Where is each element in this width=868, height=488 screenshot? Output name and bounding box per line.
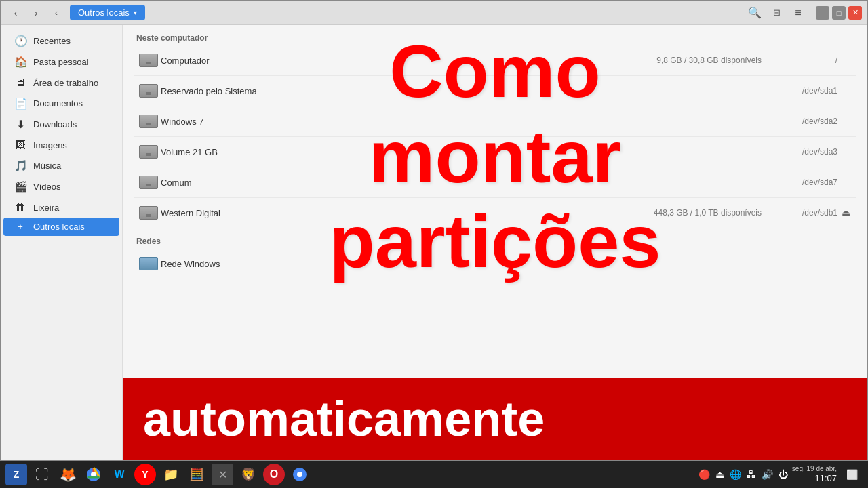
connect-server-label: Conectar a servidor bbox=[134, 439, 210, 449]
file-name: Rede Windows bbox=[161, 259, 762, 269]
documents-icon: 📄 bbox=[14, 97, 26, 110]
drive-icon bbox=[136, 81, 161, 100]
list-item[interactable]: Reservado pelo Sistema /dev/sda1 bbox=[134, 76, 856, 106]
list-item[interactable]: Western Digital 448,3 GB / 1,0 TB dispon… bbox=[134, 198, 856, 228]
opera-icon[interactable]: O bbox=[263, 464, 285, 485]
sidebar-item-label: Imagens bbox=[33, 140, 67, 150]
network-icon bbox=[136, 254, 161, 273]
sidebar-item-musica[interactable]: 🎵 Música bbox=[3, 155, 119, 176]
window-controls: — □ ✕ bbox=[816, 6, 862, 20]
view-toggle-button[interactable]: ⊟ bbox=[767, 3, 786, 22]
connect-button[interactable]: Conectar bbox=[797, 434, 856, 455]
eject-placeholder bbox=[837, 144, 854, 160]
sidebar-item-documentos[interactable]: 📄 Documentos bbox=[3, 93, 119, 114]
clock-date: seg, 19 de abr, bbox=[792, 464, 837, 473]
sidebar-item-area-trabalho[interactable]: 🖥 Área de trabalho bbox=[3, 73, 119, 93]
svg-point-3 bbox=[297, 472, 302, 477]
show-desktop-icon[interactable]: ⬜ bbox=[841, 464, 863, 485]
firefox-icon[interactable]: 🦊 bbox=[57, 464, 79, 485]
list-item[interactable]: Volume 21 GB /dev/sda3 bbox=[134, 137, 856, 167]
videos-icon: 🎬 bbox=[14, 180, 26, 193]
eject-tray-icon[interactable]: ⏏ bbox=[715, 469, 724, 480]
drive-icon bbox=[136, 173, 161, 192]
help-button[interactable]: ? bbox=[743, 435, 762, 454]
chrome-icon[interactable] bbox=[83, 464, 104, 485]
maximize-button[interactable]: □ bbox=[832, 6, 846, 20]
list-item[interactable]: Computador 9,8 GB / 30,8 GB disponíveis … bbox=[134, 45, 856, 76]
sidebar-item-outros-locais[interactable]: + Outros locais bbox=[3, 218, 119, 236]
close-button[interactable]: ✕ bbox=[848, 6, 862, 20]
file-name: Volume 21 GB bbox=[161, 147, 762, 157]
taskbar-clock: seg, 19 de abr, 11:07 bbox=[792, 464, 837, 485]
sidebar-item-pasta-pessoal[interactable]: 🏠 Pasta pessoal bbox=[3, 52, 119, 73]
network-tray-icon[interactable]: 🔴 bbox=[698, 469, 710, 480]
sidebar-item-label: Recentes bbox=[33, 36, 71, 46]
network2-tray-icon[interactable]: 🖧 bbox=[747, 469, 756, 480]
add-icon: + bbox=[14, 222, 26, 232]
yandex-icon[interactable]: Y bbox=[134, 464, 156, 485]
sidebar-item-label: Música bbox=[33, 161, 61, 171]
nav-forward-button[interactable]: › bbox=[26, 3, 45, 22]
nav-up-button[interactable]: ‹ bbox=[47, 3, 66, 22]
file-name: Computador bbox=[161, 56, 656, 66]
sidebar-item-lixeira[interactable]: 🗑 Lixeira bbox=[3, 197, 119, 218]
list-item[interactable]: Rede Windows bbox=[134, 249, 856, 279]
chrome2-icon[interactable] bbox=[289, 464, 311, 485]
file-info: 448,3 GB / 1,0 TB disponíveis bbox=[654, 208, 762, 218]
file-path: /dev/sda7 bbox=[770, 178, 837, 187]
sidebar: 🕐 Recentes 🏠 Pasta pessoal 🖥 Área de tra… bbox=[1, 25, 123, 460]
brave-icon[interactable]: 🦁 bbox=[237, 464, 259, 485]
crossover-icon[interactable]: ✕ bbox=[212, 464, 233, 485]
sidebar-item-label: Vídeos bbox=[33, 182, 60, 192]
titlebar-actions: 🔍 ⊟ ≡ bbox=[745, 3, 808, 22]
file-path: /dev/sdb1 bbox=[770, 208, 837, 218]
drive-icon bbox=[136, 51, 161, 70]
section-computer: Neste computador bbox=[134, 33, 856, 43]
volume-icon[interactable]: 🔊 bbox=[762, 469, 773, 480]
location-button[interactable]: Outros locais ▾ bbox=[70, 5, 145, 20]
drive-icon bbox=[136, 142, 161, 161]
taskbar: Z ⛶ 🦊 W Y 📁 🧮 ✕ 🦁 O 🔴 ⏏ 🌐 🖧 🔊 ⏻ seg, 19 … bbox=[0, 461, 868, 488]
nav-back-button[interactable]: ‹ bbox=[6, 3, 25, 22]
minimize-button[interactable]: — bbox=[816, 6, 829, 20]
eject-button[interactable]: ⏏ bbox=[837, 205, 854, 221]
power-icon[interactable]: ⏻ bbox=[778, 469, 788, 480]
titlebar: ‹ › ‹ Outros locais ▾ 🔍 ⊟ ≡ — □ ✕ bbox=[1, 1, 867, 25]
list-item[interactable]: Windows 7 /dev/sda2 bbox=[134, 106, 856, 137]
menu-button[interactable]: ≡ bbox=[789, 3, 808, 22]
file-area: Neste computador Computador 9,8 GB / 30,… bbox=[123, 25, 867, 428]
connect-server-bar: Conectar a servidor ? ▾ Conectar bbox=[123, 428, 867, 460]
sidebar-item-videos[interactable]: 🎬 Vídeos bbox=[3, 176, 119, 197]
waterfox-icon[interactable]: W bbox=[108, 464, 130, 485]
eject-placeholder bbox=[837, 174, 854, 190]
fullscreen-icon[interactable]: ⛶ bbox=[31, 464, 53, 485]
server-address-input[interactable] bbox=[218, 434, 735, 455]
sidebar-item-recentes[interactable]: 🕐 Recentes bbox=[3, 30, 119, 52]
browser-tray-icon[interactable]: 🌐 bbox=[730, 469, 741, 480]
clock-time: 11:07 bbox=[792, 473, 837, 485]
file-name: Western Digital bbox=[161, 208, 654, 218]
calculator-icon[interactable]: 🧮 bbox=[186, 464, 208, 485]
dropdown-button[interactable]: ▾ bbox=[770, 435, 789, 454]
systray: 🔴 ⏏ 🌐 🖧 🔊 ⏻ bbox=[698, 469, 788, 480]
drive-icon bbox=[136, 203, 161, 222]
section-network: Redes bbox=[134, 237, 856, 246]
sidebar-item-label: Documentos bbox=[33, 98, 83, 108]
sidebar-item-label: Downloads bbox=[33, 119, 77, 129]
sidebar-item-label: Outros locais bbox=[33, 222, 85, 232]
search-button[interactable]: 🔍 bbox=[745, 3, 764, 22]
files-icon[interactable]: 📁 bbox=[160, 464, 182, 485]
eject-placeholder bbox=[837, 256, 854, 272]
location-label: Outros locais bbox=[78, 7, 130, 18]
sidebar-item-label: Lixeira bbox=[33, 203, 59, 213]
sidebar-item-downloads[interactable]: ⬇ Downloads bbox=[3, 114, 119, 135]
list-item[interactable]: Comum /dev/sda7 bbox=[134, 167, 856, 198]
sidebar-item-label: Área de trabalho bbox=[33, 78, 98, 88]
sidebar-item-imagens[interactable]: 🖼 Imagens bbox=[3, 135, 119, 155]
eject-placeholder bbox=[837, 83, 854, 99]
home-icon: 🏠 bbox=[14, 56, 26, 68]
recentes-icon: 🕐 bbox=[14, 35, 26, 47]
file-name: Windows 7 bbox=[161, 117, 762, 127]
zorin-icon[interactable]: Z bbox=[5, 464, 27, 485]
file-info: 9,8 GB / 30,8 GB disponíveis bbox=[656, 56, 762, 65]
